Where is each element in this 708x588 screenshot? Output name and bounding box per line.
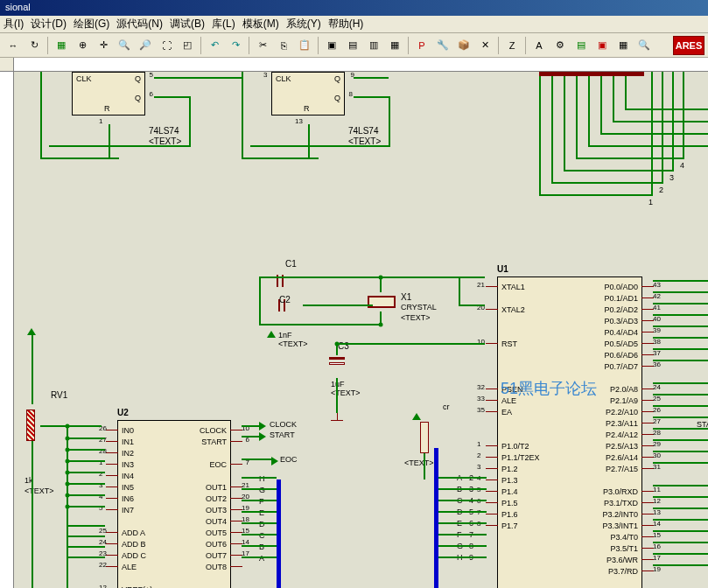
pin-label: OUT3	[206, 506, 227, 514]
rotate-icon[interactable]: ↻	[25, 36, 44, 55]
u4-flipflop[interactable]: CLK Q Q R 3 9 8 13	[271, 72, 345, 116]
pin-num: 28	[653, 429, 661, 437]
menu-debug[interactable]: 调试(B)	[170, 17, 205, 32]
pin-label: P0.2/AD2	[604, 305, 638, 314]
netlist-icon[interactable]: ▦	[613, 36, 633, 55]
ruler-corner	[0, 58, 14, 72]
ares-button[interactable]: ARES	[673, 36, 704, 55]
pin-num: 30	[653, 452, 661, 459]
pin-label: P3.5/T1	[610, 544, 638, 553]
decompose-icon[interactable]: ✕	[475, 36, 494, 55]
u3-flipflop[interactable]: CLK Q Q R 5 6 1	[72, 72, 145, 116]
pin-label: IN3	[122, 460, 134, 469]
pin-num: 2	[477, 452, 480, 459]
pin-label: P2.4/A12	[606, 430, 638, 439]
pin-label: P0.4/AD4	[604, 328, 638, 337]
paste-icon[interactable]: 📋	[295, 36, 314, 55]
net-clock: CLOCK	[270, 420, 297, 429]
pin-num: 41	[653, 304, 661, 312]
pin-label: ALE	[122, 563, 137, 571]
menu-tools[interactable]: 具(I)	[4, 17, 24, 32]
block-copy-icon[interactable]: ▣	[322, 36, 341, 55]
menu-help[interactable]: 帮助(H)	[328, 17, 364, 32]
zoom-in-icon[interactable]: 🔍	[115, 36, 134, 55]
pin-label: IN0	[122, 426, 134, 435]
u3-part: 74LS74	[149, 126, 179, 136]
menu-design[interactable]: 设计(D)	[31, 17, 67, 32]
menu-bar[interactable]: 具(I) 设计(D) 绘图(G) 源代码(N) 调试(B) 库(L) 模板(M)…	[0, 16, 708, 33]
zoom-out-icon[interactable]: 🔎	[136, 36, 155, 55]
r-resistor[interactable]	[420, 422, 429, 453]
pin-num: 25	[99, 527, 107, 535]
zoom-fit-icon[interactable]: ⛶	[157, 36, 176, 55]
undo-icon[interactable]: ↶	[205, 36, 224, 55]
pin-num: 12	[99, 584, 107, 588]
pin-num: 43	[653, 281, 661, 289]
pin-num: 38	[653, 338, 661, 346]
pin-label: IN7	[122, 506, 134, 514]
menu-template[interactable]: 模板(M)	[242, 17, 279, 32]
pin-num: 17	[653, 554, 661, 562]
u1-chip[interactable]: XTAL121XTAL220RST10PSEN32ALE33EA35P1.0/T…	[497, 276, 642, 588]
block-move-icon[interactable]: ▤	[343, 36, 362, 55]
watermark: 51黑电子论坛	[501, 378, 597, 399]
net-start: START	[270, 430, 295, 439]
pin-label: P2.7/A15	[606, 465, 638, 473]
c3-cap[interactable]	[331, 357, 343, 376]
bom-icon[interactable]: ▤	[571, 36, 591, 55]
pin-label: START	[201, 438, 227, 446]
pin-num: 16	[653, 542, 661, 550]
pin-num: 13	[653, 508, 661, 516]
pin-label: P0.7/AD7	[604, 362, 638, 371]
target-icon[interactable]: ✛	[94, 36, 113, 55]
pin-num: 14	[653, 520, 661, 528]
pin-num: 12	[653, 497, 661, 505]
menu-draw[interactable]: 绘图(G)	[74, 17, 109, 32]
copy-icon[interactable]: ⎘	[274, 36, 293, 55]
net-eoc: EOC	[280, 455, 298, 464]
pin-label: EA	[501, 408, 512, 416]
erc-icon[interactable]: ▣	[592, 36, 612, 55]
pin-num: 31	[653, 463, 661, 471]
pin-num: 27	[653, 417, 661, 425]
grid-icon[interactable]: ▦	[52, 36, 71, 55]
schematic-canvas[interactable]: CLK Q Q R 5 6 1 74LS74 <TEXT> CLK Q Q R …	[14, 72, 708, 588]
pin-label: IN5	[122, 483, 134, 492]
text-tool-icon[interactable]: A	[529, 36, 549, 55]
u2-chip[interactable]: IN026IN127IN228IN31IN42IN53IN64IN75ADD A…	[117, 420, 231, 588]
block-delete-icon[interactable]: ▦	[385, 36, 404, 55]
u4-part: 74LS74	[348, 126, 378, 136]
pin-num: 36	[653, 360, 661, 368]
flip-h-icon[interactable]: ↔	[4, 36, 23, 55]
cut-icon[interactable]: ✂	[253, 36, 272, 55]
search-icon[interactable]: 🔍	[634, 36, 654, 55]
u1-ref: U1	[497, 264, 508, 274]
pin-num: 26	[653, 406, 661, 414]
pick-icon[interactable]: P	[412, 36, 431, 55]
property-icon[interactable]: ⚙	[550, 36, 570, 55]
origin-icon[interactable]: ⊕	[73, 36, 92, 55]
pin-num: 1	[477, 440, 480, 448]
menu-library[interactable]: 库(L)	[212, 17, 235, 32]
menu-system[interactable]: 系统(Y)	[286, 17, 321, 32]
redo-icon[interactable]: ↷	[226, 36, 245, 55]
pin-label: P2.0/A8	[610, 385, 638, 394]
zoom-area-icon[interactable]: ◰	[178, 36, 197, 55]
menu-source[interactable]: 源代码(N)	[116, 17, 163, 32]
pin-label: CLOCK	[200, 426, 227, 435]
pin-label: P3.3/INT1	[602, 522, 638, 530]
pin-label: ADD C	[122, 551, 146, 560]
make-device-icon[interactable]: 🔧	[433, 36, 452, 55]
c2-cap[interactable]	[277, 278, 296, 284]
rv1-pot[interactable]	[26, 410, 35, 441]
pin-num: 42	[653, 292, 661, 300]
pin-label: OUT8	[206, 563, 227, 571]
block-rotate-icon[interactable]: ▥	[364, 36, 383, 55]
pin-num: 35	[477, 406, 485, 414]
pin-label: P2.6/A14	[606, 453, 638, 462]
pin-label: P3.0/RXD	[603, 487, 638, 496]
package-icon[interactable]: 📦	[454, 36, 473, 55]
rv1-ref: RV1	[51, 390, 67, 400]
toolbar: ↔ ↻ ▦ ⊕ ✛ 🔍 🔎 ⛶ ◰ ↶ ↷ ✂ ⎘ 📋 ▣ ▤ ▥ ▦ P 🔧 …	[0, 33, 708, 58]
wire-tool-icon[interactable]: Z	[502, 36, 522, 55]
